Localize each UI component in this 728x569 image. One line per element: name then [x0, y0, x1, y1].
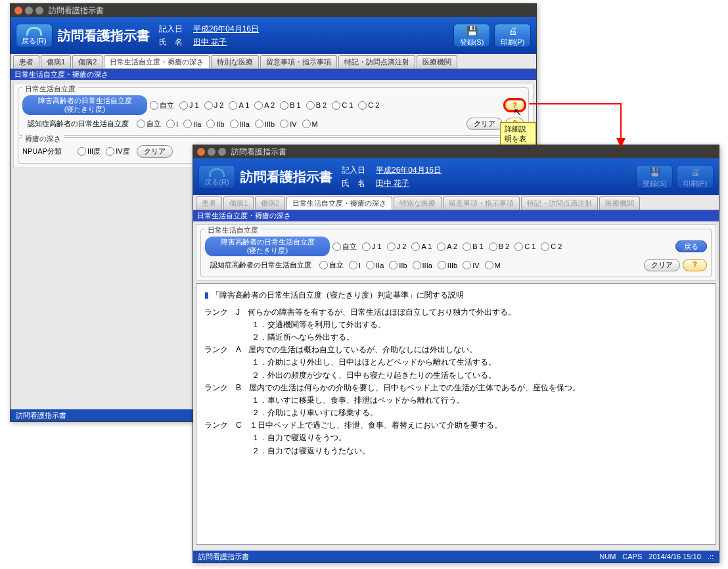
register-button[interactable]: 💾登録(S): [453, 24, 490, 47]
close-icon[interactable]: [197, 148, 205, 156]
radio-opt[interactable]: 自立: [332, 242, 357, 252]
radio-opt[interactable]: C 2: [358, 101, 379, 110]
tab-facility: 医療機関: [599, 196, 640, 210]
radio-opt[interactable]: IIIa: [230, 120, 250, 128]
explain-line: １．自力で寝返りをうつ。: [204, 432, 708, 444]
tab-notes: 留意事項・指示事項: [443, 196, 520, 210]
explain-line: ランク B 屋内での生活は何らかの介助を要し、日中もベッド上での生活が主体である…: [204, 382, 708, 394]
explain-line: ランク C １日中ベッド上で過ごし、排泄、食事、着替えにおいて介助を要する。: [204, 419, 708, 432]
explain-line: １．交通機関等を利用して外出する。: [204, 319, 708, 331]
tab-patient: 患者: [196, 196, 222, 210]
radio-opt[interactable]: C 2: [541, 242, 562, 251]
maximize-icon[interactable]: [35, 7, 43, 14]
radio-opt[interactable]: 自立: [137, 119, 161, 129]
tab-facility[interactable]: 医療機関: [417, 55, 457, 68]
radio-opt[interactable]: IIb: [206, 120, 224, 128]
meta-date-value: 平成26年04月16日: [193, 24, 259, 35]
radio-opt[interactable]: J 2: [387, 242, 407, 251]
radio-opt[interactable]: 自立: [319, 260, 344, 270]
back-small-button[interactable]: 戻る: [675, 240, 707, 252]
radio-opt[interactable]: B 1: [463, 242, 484, 251]
minimize-icon[interactable]: [208, 148, 216, 156]
radio-opt[interactable]: C 1: [332, 101, 353, 110]
radio-opt[interactable]: C 1: [514, 242, 535, 251]
legend-depth: 褥瘡の深さ: [22, 134, 64, 144]
explain-line: ２．外出の頻度が少なく、日中も寝たり起きたりの生活をしている。: [204, 369, 708, 382]
clear-button[interactable]: クリア: [466, 118, 503, 130]
help-button[interactable]: ?: [683, 259, 707, 271]
clear-button[interactable]: クリア: [644, 259, 680, 271]
radio-opt[interactable]: J 1: [362, 242, 382, 251]
tab-special[interactable]: 特別な医療: [211, 55, 259, 68]
radios-netakiri: 自立 J 1 J 2 A 1 A 2 B 1 B 2 C 1 C 2: [332, 242, 562, 252]
close-icon[interactable]: [14, 7, 22, 14]
explain-line: １．介助により外出し、日中はほとんどベッドから離れて生活する。: [204, 356, 708, 369]
maximize-icon[interactable]: [218, 148, 226, 156]
titlebar[interactable]: 訪問看護指示書: [11, 4, 536, 17]
radio-opt[interactable]: B 2: [489, 242, 510, 251]
tab-row: 患者 傷病1 傷病2 日常生活自立度・褥瘡の深さ 特別な医療 留意事項・指示事項…: [193, 195, 719, 210]
explain-line: ２．隣近所へなら外出する。: [204, 331, 708, 344]
radio-opt[interactable]: J 2: [204, 101, 224, 110]
explain-line: ２．自力では寝返りもうたない。: [204, 445, 708, 457]
section-header: 日常生活自立度・褥瘡の深さ: [11, 69, 536, 80]
radios-netakiri: 自立 J 1 J 2 A 1 A 2 B 1 B 2 C 1 C 2: [150, 101, 379, 110]
back-button: 戻る(R): [198, 165, 235, 189]
printer-icon: 🖨: [691, 167, 700, 177]
back-button[interactable]: 戻る(R): [16, 24, 53, 47]
minimize-icon[interactable]: [25, 7, 33, 14]
section-header: 日常生活自立度・褥瘡の深さ: [193, 210, 719, 221]
status-time: 2014/4/16 15:10: [648, 551, 701, 562]
radio-opt[interactable]: III度: [78, 147, 101, 156]
help-button[interactable]: ?: [505, 100, 524, 110]
info-icon: ▮: [204, 290, 209, 300]
legend-adl: 日常生活自立度: [22, 84, 78, 94]
tab-patient[interactable]: 患者: [13, 55, 39, 68]
radio-opt[interactable]: A 1: [229, 101, 249, 110]
radio-opt[interactable]: B 2: [306, 101, 327, 110]
pill-disabled-elderly: 障害高齢者の日常生活自立度(寝たきり度): [205, 237, 330, 256]
statusbar: 訪問看護指示書 NUM CAPS 2014/4/16 15:10 .::: [193, 551, 719, 562]
radio-opt[interactable]: IV: [280, 120, 296, 128]
tab-injury2[interactable]: 傷病2: [72, 55, 102, 68]
radio-opt[interactable]: IIa: [183, 120, 201, 128]
radio-opt[interactable]: M: [302, 120, 318, 128]
tab-adl[interactable]: 日常生活自立度・褥瘡の深さ: [104, 55, 210, 68]
radio-opt[interactable]: B 1: [280, 101, 301, 110]
tab-injury2: 傷病2: [255, 196, 285, 210]
legend-adl: 日常生活自立度: [205, 225, 261, 235]
radio-opt[interactable]: IIIb: [255, 120, 275, 128]
window-front: 訪問看護指示書 戻る(R) 訪問看護指示書 記入日平成26年04月16日 氏 名…: [193, 145, 719, 563]
radio-opt[interactable]: J 1: [179, 101, 199, 110]
radio-opt[interactable]: IIIb: [438, 261, 457, 269]
fieldset-adl: 日常生活自立度 障害高齢者の日常生活自立度(寝たきり度) 自立 J 1 J 2 …: [200, 229, 712, 277]
radio-opt[interactable]: IIa: [366, 261, 384, 269]
window-title: 訪問看護指示書: [49, 4, 104, 17]
print-button[interactable]: 🖨印刷(P): [494, 24, 531, 47]
meta-name-value: 田中 花子: [376, 178, 409, 189]
tab-adl[interactable]: 日常生活自立度・褥瘡の深さ: [286, 196, 392, 210]
explain-line: ランク J 何らかの障害等を有するが、日常生活はほぼ自立しており独力で外出する。: [204, 306, 708, 319]
radio-opt[interactable]: 自立: [150, 101, 174, 110]
save-icon: 💾: [649, 167, 660, 177]
explanation-panel: ▮「障害高齢者の日常生活自立度（寝たきり度）判定基準」に関する説明 ランク J …: [196, 283, 716, 545]
radio-opt[interactable]: IIIa: [413, 261, 432, 269]
radio-opt[interactable]: IIb: [389, 261, 407, 269]
radio-opt[interactable]: IV度: [106, 147, 129, 156]
titlebar[interactable]: 訪問看護指示書: [193, 145, 719, 158]
radio-opt[interactable]: A 1: [411, 242, 432, 251]
resize-grip-icon[interactable]: .::: [708, 551, 714, 562]
radio-opt[interactable]: M: [485, 261, 501, 269]
status-num: NUM: [599, 551, 616, 562]
tab-drip[interactable]: 特記・訪問点滴注射: [338, 55, 415, 68]
radio-opt[interactable]: IV: [463, 261, 479, 269]
clear-button[interactable]: クリア: [137, 145, 173, 158]
tab-injury1[interactable]: 傷病1: [41, 55, 71, 68]
radio-opt[interactable]: I: [166, 120, 178, 128]
radio-opt[interactable]: I: [349, 261, 361, 269]
tab-special: 特別な医療: [394, 196, 442, 210]
label-dementia: 認知症高齢者の日常生活自立度: [205, 260, 317, 270]
tab-notes[interactable]: 留意事項・指示事項: [260, 55, 337, 68]
radio-opt[interactable]: A 2: [437, 242, 457, 251]
radio-opt[interactable]: A 2: [254, 101, 275, 110]
